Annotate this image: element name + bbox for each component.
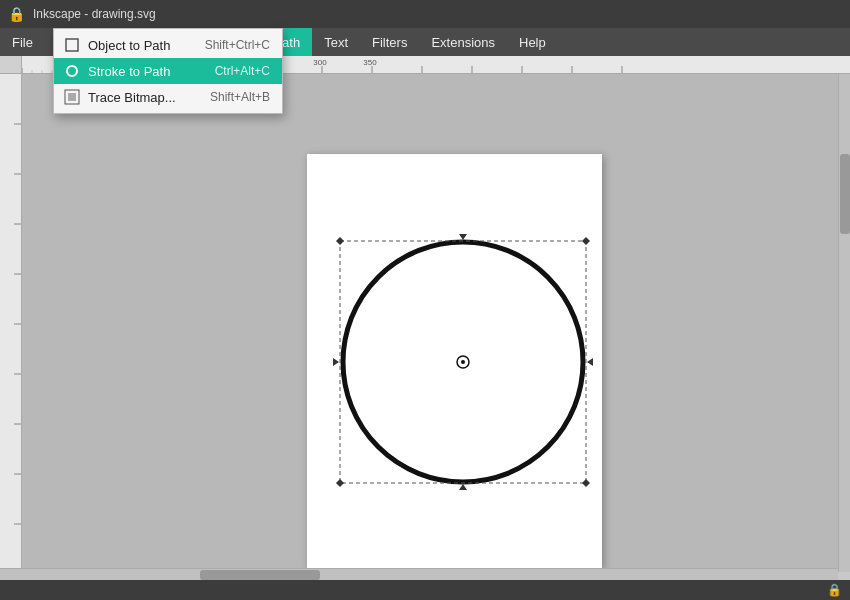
svg-marker-52: [459, 234, 467, 240]
svg-text:350: 350: [363, 58, 377, 67]
ruler-vertical: [0, 74, 22, 572]
object-to-path-item[interactable]: Object to Path Shift+Ctrl+C: [54, 32, 282, 58]
scrollbar-vertical[interactable]: [838, 74, 850, 572]
svg-marker-55: [587, 358, 593, 366]
stroke-to-path-label-group: Stroke to Path: [64, 63, 170, 79]
svg-marker-49: [582, 237, 590, 245]
svg-rect-3: [68, 93, 76, 101]
titlebar-title: Inkscape - drawing.svg: [33, 7, 156, 21]
svg-point-46: [461, 360, 465, 364]
menu-text[interactable]: Text: [312, 28, 360, 56]
menu-help[interactable]: Help: [507, 28, 558, 56]
svg-rect-0: [66, 39, 78, 51]
svg-rect-33: [0, 74, 22, 572]
object-to-path-shortcut: Shift+Ctrl+C: [205, 38, 270, 52]
svg-point-1: [67, 66, 77, 76]
object-to-path-icon: [64, 37, 80, 53]
statusbar: 🔒: [0, 580, 850, 600]
menu-extensions[interactable]: Extensions: [419, 28, 507, 56]
svg-marker-48: [336, 237, 344, 245]
path-dropdown-menu: Object to Path Shift+Ctrl+C Stroke to Pa…: [53, 28, 283, 114]
stroke-to-path-text: Stroke to Path: [88, 64, 170, 79]
svg-text:300: 300: [313, 58, 327, 67]
lock-icon: 🔒: [8, 6, 25, 22]
menu-filters[interactable]: Filters: [360, 28, 419, 56]
trace-bitmap-icon: [64, 89, 80, 105]
scrollbar-vertical-thumb[interactable]: [840, 154, 850, 234]
canvas-svg: [22, 74, 838, 572]
menu-file[interactable]: File: [0, 28, 45, 56]
stroke-to-path-item[interactable]: Stroke to Path Ctrl+Alt+C: [54, 58, 282, 84]
object-to-path-text: Object to Path: [88, 38, 170, 53]
svg-marker-50: [336, 479, 344, 487]
stroke-to-path-icon: [64, 63, 80, 79]
ruler-corner: [0, 56, 22, 74]
scrollbar-horizontal[interactable]: [0, 568, 838, 580]
ruler-v-svg: [0, 74, 22, 572]
titlebar: 🔒 Inkscape - drawing.svg: [0, 0, 850, 28]
stroke-to-path-shortcut: Ctrl+Alt+C: [215, 64, 270, 78]
trace-bitmap-text: Trace Bitmap...: [88, 90, 176, 105]
trace-bitmap-item[interactable]: Trace Bitmap... Shift+Alt+B: [54, 84, 282, 110]
svg-marker-51: [582, 479, 590, 487]
scrollbar-horizontal-thumb[interactable]: [200, 570, 320, 580]
object-to-path-label-group: Object to Path: [64, 37, 170, 53]
canvas-area[interactable]: [22, 74, 838, 572]
statusbar-lock-icon: 🔒: [827, 583, 842, 597]
trace-bitmap-shortcut: Shift+Alt+B: [210, 90, 270, 104]
trace-bitmap-label-group: Trace Bitmap...: [64, 89, 176, 105]
svg-marker-54: [333, 358, 339, 366]
svg-marker-53: [459, 484, 467, 490]
